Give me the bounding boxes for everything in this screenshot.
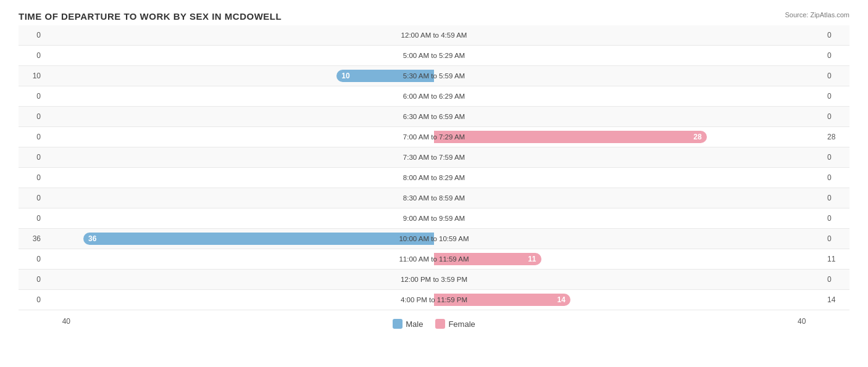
male-value: 0 [19, 295, 44, 304]
legend-female: Female [435, 319, 475, 329]
bar-area: 6:00 AM to 6:29 AM [44, 86, 824, 106]
male-value: 36 [19, 234, 44, 243]
male-value: 0 [19, 31, 44, 39]
male-value: 0 [19, 255, 44, 263]
table-row: 07:30 AM to 7:59 AM0 [19, 147, 849, 168]
bar-area: 105:30 AM to 5:59 AM [44, 66, 824, 86]
table-row: 363610:00 AM to 10:59 AM0 [19, 229, 849, 249]
female-value: 0 [824, 112, 849, 121]
bar-female-value-label: 14 [557, 295, 565, 304]
table-row: 10105:30 AM to 5:59 AM0 [19, 66, 849, 86]
time-label: 7:30 AM to 7:59 AM [403, 154, 465, 161]
male-value: 0 [19, 214, 44, 223]
time-label: 9:00 AM to 9:59 AM [403, 215, 465, 222]
male-value: 0 [19, 173, 44, 182]
time-label: 8:30 AM to 8:59 AM [403, 194, 465, 202]
axis-bottom: 40 Male Female 40 [19, 314, 849, 329]
time-label: 6:00 AM to 6:29 AM [403, 93, 465, 100]
table-row: 04:00 PM to 11:59 PM1414 [19, 290, 849, 310]
female-value: 0 [824, 275, 849, 284]
chart-title: TIME OF DEPARTURE TO WORK BY SEX IN MCDO… [19, 11, 849, 22]
male-value: 0 [19, 51, 44, 60]
table-row: 012:00 AM to 4:59 AM0 [19, 25, 849, 46]
bar-female-value-label: 28 [693, 133, 701, 141]
bar-area: 7:00 AM to 7:29 AM28 [44, 127, 824, 147]
time-label: 6:30 AM to 6:59 AM [403, 113, 465, 120]
table-row: 05:00 AM to 5:29 AM0 [19, 46, 849, 66]
table-row: 08:30 AM to 8:59 AM0 [19, 188, 849, 208]
female-value: 28 [824, 133, 849, 141]
chart-area: 012:00 AM to 4:59 AM005:00 AM to 5:29 AM… [19, 25, 849, 310]
time-label: 12:00 PM to 3:59 PM [401, 276, 467, 283]
time-label: 5:00 AM to 5:29 AM [403, 52, 465, 59]
male-value: 0 [19, 194, 44, 202]
bar-male-value-label: 10 [341, 72, 349, 80]
female-value: 0 [824, 234, 849, 243]
bar-area: 12:00 PM to 3:59 PM [44, 270, 824, 289]
female-value: 0 [824, 31, 849, 39]
table-row: 06:30 AM to 6:59 AM0 [19, 107, 849, 127]
male-value: 10 [19, 72, 44, 80]
male-value: 0 [19, 275, 44, 284]
legend-male-label: Male [406, 320, 423, 329]
female-value: 14 [824, 295, 849, 304]
bar-female: 28 [434, 131, 707, 143]
bar-male-value-label: 36 [88, 234, 96, 243]
time-label: 8:00 AM to 8:29 AM [403, 174, 465, 181]
legend-female-label: Female [448, 320, 475, 329]
legend-male-box [393, 319, 403, 329]
male-value: 0 [19, 92, 44, 101]
female-value: 0 [824, 153, 849, 162]
bar-female: 11 [434, 253, 541, 265]
male-value: 0 [19, 153, 44, 162]
table-row: 06:00 AM to 6:29 AM0 [19, 86, 849, 107]
female-value: 0 [824, 92, 849, 101]
legend-male: Male [393, 319, 423, 329]
bar-female-value-label: 11 [528, 255, 536, 263]
female-value: 0 [824, 51, 849, 60]
axis-right-label: 40 [798, 317, 824, 326]
bar-area: 6:30 AM to 6:59 AM [44, 107, 824, 126]
male-value: 0 [19, 133, 44, 141]
bar-male: 10 [336, 70, 434, 82]
female-value: 0 [824, 214, 849, 223]
bar-area: 5:00 AM to 5:29 AM [44, 46, 824, 65]
male-value: 0 [19, 112, 44, 121]
table-row: 07:00 AM to 7:29 AM2828 [19, 127, 849, 147]
bar-area: 4:00 PM to 11:59 PM14 [44, 290, 824, 310]
axis-left-label: 40 [44, 317, 70, 326]
female-value: 0 [824, 194, 849, 202]
time-label: 12:00 AM to 4:59 AM [401, 31, 467, 39]
bar-area: 8:00 AM to 8:29 AM [44, 168, 824, 188]
chart-container: TIME OF DEPARTURE TO WORK BY SEX IN MCDO… [0, 0, 868, 367]
table-row: 011:00 AM to 11:59 AM1111 [19, 249, 849, 270]
female-value: 0 [824, 72, 849, 80]
bar-area: 9:00 AM to 9:59 AM [44, 208, 824, 228]
bar-area: 3610:00 AM to 10:59 AM [44, 229, 824, 249]
bar-female: 14 [434, 294, 570, 306]
bar-area: 12:00 AM to 4:59 AM [44, 25, 824, 45]
legend: Male Female [393, 319, 475, 329]
source-label: Source: ZipAtlas.com [785, 11, 849, 19]
female-value: 0 [824, 173, 849, 182]
bar-area: 8:30 AM to 8:59 AM [44, 188, 824, 208]
bar-area: 7:30 AM to 7:59 AM [44, 147, 824, 167]
legend-female-box [435, 319, 445, 329]
female-value: 11 [824, 255, 849, 263]
table-row: 012:00 PM to 3:59 PM0 [19, 270, 849, 290]
bar-area: 11:00 AM to 11:59 AM11 [44, 249, 824, 269]
bar-male: 36 [83, 233, 434, 245]
table-row: 09:00 AM to 9:59 AM0 [19, 208, 849, 229]
table-row: 08:00 AM to 8:29 AM0 [19, 168, 849, 188]
